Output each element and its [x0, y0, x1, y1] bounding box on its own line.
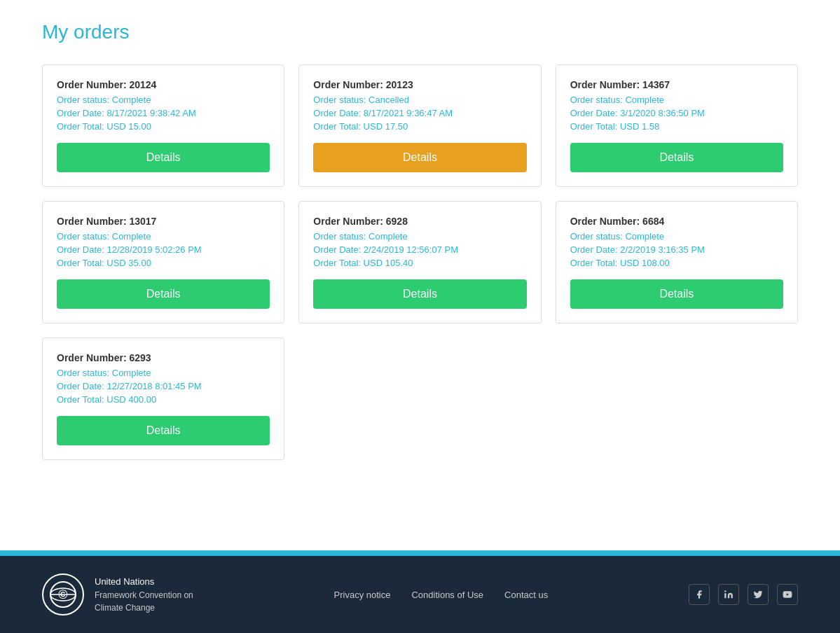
order-total: Order Total: USD 105.40: [313, 258, 526, 268]
bottom-stripe: [0, 550, 840, 556]
order-card-order-6928: Order Number: 6928 Order status: Complet…: [298, 201, 541, 324]
org-name: United Nations: [95, 575, 193, 589]
logo-text: United Nations Framework Convention on C…: [95, 575, 193, 614]
linkedin-icon[interactable]: [718, 584, 739, 605]
order-status: Order status: Complete: [57, 95, 270, 105]
details-button-order-6293[interactable]: Details: [57, 416, 270, 445]
orders-grid: Order Number: 20124 Order status: Comple…: [42, 64, 798, 460]
order-total: Order Total: USD 35.00: [57, 258, 270, 268]
footer-links: Privacy notice Conditions of Use Contact…: [334, 590, 549, 600]
order-date: Order Date: 12/27/2018 8:01:45 PM: [57, 381, 270, 391]
order-number: Order Number: 13017: [57, 216, 270, 227]
svg-point-5: [724, 590, 726, 592]
details-button-order-14367[interactable]: Details: [570, 143, 783, 172]
details-button-order-20124[interactable]: Details: [57, 143, 270, 172]
order-total: Order Total: USD 1.58: [570, 121, 783, 132]
order-date: Order Date: 2/24/2019 12:56:07 PM: [313, 244, 526, 255]
order-total: Order Total: USD 15.00: [57, 121, 270, 132]
order-number: Order Number: 6293: [57, 352, 270, 363]
order-status: Order status: Complete: [57, 231, 270, 242]
order-card-order-13017: Order Number: 13017 Order status: Comple…: [42, 201, 284, 324]
details-button-order-20123[interactable]: Details: [313, 143, 526, 172]
order-status: Order status: Complete: [57, 368, 270, 378]
footer-social: [689, 584, 798, 605]
facebook-icon[interactable]: [689, 584, 710, 605]
order-status: Order status: Complete: [570, 95, 783, 105]
order-date: Order Date: 12/28/2019 5:02:26 PM: [57, 244, 270, 255]
order-number: Order Number: 14367: [570, 79, 783, 90]
order-status: Order status: Complete: [313, 231, 526, 242]
conditions-of-use-link[interactable]: Conditions of Use: [411, 590, 483, 600]
org-sub2: Climate Change: [95, 601, 193, 614]
twitter-icon[interactable]: [748, 584, 769, 605]
order-card-order-20123: Order Number: 20123 Order status: Cancel…: [298, 64, 541, 187]
order-total: Order Total: USD 17.50: [313, 121, 526, 132]
order-status: Order status: Cancelled: [313, 95, 526, 105]
contact-us-link[interactable]: Contact us: [504, 590, 548, 600]
order-card-order-6684: Order Number: 6684 Order status: Complet…: [556, 201, 798, 324]
footer-logo: © United Nations Framework Convention on…: [42, 573, 193, 615]
footer: © United Nations Framework Convention on…: [0, 556, 840, 633]
order-card-order-20124: Order Number: 20124 Order status: Comple…: [42, 64, 284, 187]
main-content: My orders Order Number: 20124 Order stat…: [0, 0, 840, 550]
order-number: Order Number: 6684: [570, 216, 783, 227]
svg-rect-4: [724, 593, 726, 598]
youtube-icon[interactable]: [777, 584, 798, 605]
order-number: Order Number: 20124: [57, 79, 270, 90]
details-button-order-6684[interactable]: Details: [570, 279, 783, 309]
order-date: Order Date: 2/2/2019 3:16:35 PM: [570, 244, 783, 255]
org-sub1: Framework Convention on: [95, 589, 193, 601]
order-total: Order Total: USD 108.00: [570, 258, 783, 268]
privacy-notice-link[interactable]: Privacy notice: [334, 590, 391, 600]
logo-circle: ©: [42, 573, 84, 615]
order-number: Order Number: 6928: [313, 216, 526, 227]
details-button-order-6928[interactable]: Details: [313, 279, 526, 309]
details-button-order-13017[interactable]: Details: [57, 279, 270, 309]
order-total: Order Total: USD 400.00: [57, 394, 270, 405]
order-date: Order Date: 3/1/2020 8:36:50 PM: [570, 108, 783, 118]
order-status: Order status: Complete: [570, 231, 783, 242]
order-date: Order Date: 8/17/2021 9:38:42 AM: [57, 108, 270, 118]
order-card-order-6293: Order Number: 6293 Order status: Complet…: [42, 338, 284, 460]
order-date: Order Date: 8/17/2021 9:36:47 AM: [313, 108, 526, 118]
order-number: Order Number: 20123: [313, 79, 526, 90]
page-title: My orders: [42, 21, 798, 43]
order-card-order-14367: Order Number: 14367 Order status: Comple…: [556, 64, 798, 187]
